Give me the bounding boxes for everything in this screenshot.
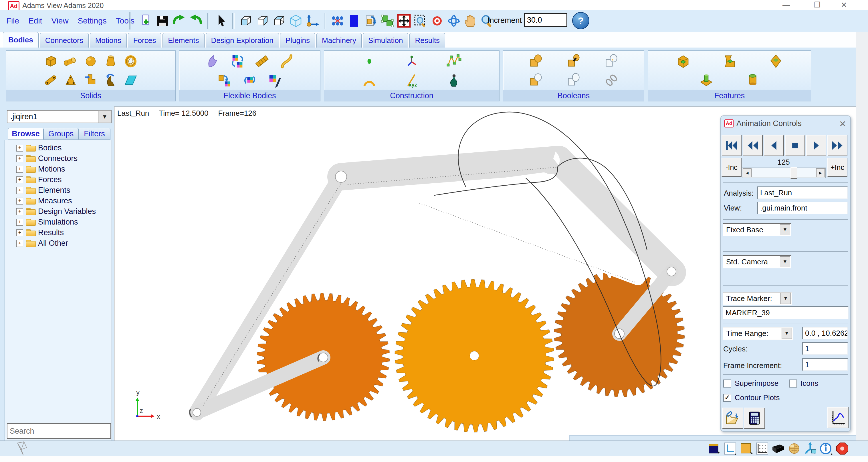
- minus-inc-button[interactable]: -Inc: [721, 158, 742, 177]
- play-button[interactable]: [806, 135, 826, 156]
- expand-icon[interactable]: +: [16, 176, 23, 183]
- base-dropdown[interactable]: Fixed Base ▼: [723, 223, 791, 236]
- frame-slider[interactable]: ◄ ►: [742, 168, 826, 178]
- wcs-triad-icon[interactable]: [723, 442, 737, 455]
- solid-plate-icon[interactable]: [63, 73, 78, 88]
- interrupt-icon[interactable]: [835, 442, 849, 455]
- chevron-down-icon[interactable]: ▼: [780, 224, 790, 235]
- cycles-input[interactable]: 1: [802, 342, 848, 355]
- tree-item-results[interactable]: +Results: [16, 227, 112, 238]
- tree-item-motions[interactable]: +Motions: [16, 164, 112, 174]
- feature-fillet-icon[interactable]: [722, 54, 737, 69]
- pan-hand-icon[interactable]: [463, 14, 477, 28]
- construction-spline-icon[interactable]: [446, 54, 462, 69]
- menu-settings[interactable]: Settings: [77, 16, 107, 26]
- tab-forces[interactable]: Forces: [128, 33, 161, 48]
- chevron-down-icon[interactable]: ▼: [780, 256, 790, 267]
- tree-item-elements[interactable]: +Elements: [16, 185, 112, 196]
- tab-bodies[interactable]: Bodies: [3, 32, 39, 48]
- load-animation-button[interactable]: [722, 408, 743, 429]
- flex-swoosh-icon[interactable]: [206, 54, 220, 69]
- tree-item-forces[interactable]: +Forces: [16, 174, 112, 185]
- panel-close-icon[interactable]: ✕: [839, 119, 846, 129]
- zoom-area-icon[interactable]: [414, 14, 427, 28]
- tab-plugins[interactable]: Plugins: [280, 33, 315, 48]
- tab-machinery[interactable]: Machinery: [316, 33, 362, 48]
- camera-dropdown[interactable]: Std. Camera ▼: [723, 255, 791, 268]
- pan-tool-icon[interactable]: [397, 14, 411, 28]
- superimpose-checkbox[interactable]: Superimpose: [723, 379, 778, 388]
- slider-thumb[interactable]: [790, 167, 797, 179]
- cursor-icon[interactable]: [214, 14, 228, 28]
- rotate-3d-icon[interactable]: [447, 14, 461, 28]
- solid-box-icon[interactable]: [43, 54, 58, 69]
- feature-chamfer-icon[interactable]: [676, 54, 691, 69]
- flex-tube-icon[interactable]: [279, 54, 294, 69]
- undo-icon[interactable]: [189, 14, 203, 28]
- grid-toggle-icon[interactable]: [755, 442, 769, 455]
- bool-split-icon[interactable]: [566, 73, 581, 88]
- green-handles-icon[interactable]: [380, 14, 394, 28]
- bool-merge-icon[interactable]: [566, 54, 581, 69]
- flex-cycle-icon[interactable]: [242, 73, 257, 88]
- flex-segments-icon[interactable]: [255, 54, 270, 69]
- feature-dome-icon[interactable]: [769, 54, 783, 69]
- solid-plane-icon[interactable]: [123, 73, 138, 88]
- tab-results[interactable]: Results: [409, 33, 445, 48]
- solid-extrusion-icon[interactable]: [83, 73, 98, 88]
- tab-simulation[interactable]: Simulation: [363, 33, 408, 48]
- tree-item-connectors[interactable]: +Connectors: [16, 153, 112, 164]
- flex-mesh-cycle-icon[interactable]: [230, 54, 245, 69]
- flex-edit-icon[interactable]: [267, 73, 282, 88]
- expand-icon[interactable]: +: [16, 198, 23, 204]
- tree-item-bodies[interactable]: +Bodies: [16, 143, 112, 153]
- plot-button[interactable]: [827, 407, 848, 428]
- dots-grid-icon[interactable]: [331, 14, 344, 28]
- solid-cylinder-icon[interactable]: [63, 54, 78, 69]
- tree-item-measures[interactable]: +Measures: [16, 196, 112, 206]
- solid-torus-icon[interactable]: [123, 54, 138, 69]
- tree-item-design-variables[interactable]: +Design Variables: [16, 206, 112, 217]
- sidebar-tab-filters[interactable]: Filters: [79, 128, 111, 140]
- sidebar-tab-browse[interactable]: Browse: [8, 128, 43, 140]
- checkbox-icon[interactable]: [789, 379, 797, 387]
- menu-view[interactable]: View: [51, 16, 69, 26]
- trace-marker-dropdown[interactable]: Trace Marker: ▼: [723, 292, 792, 305]
- plus-inc-button[interactable]: +Inc: [827, 158, 847, 177]
- time-range-dropdown[interactable]: Time Range: ▼: [723, 327, 793, 340]
- checkbox-icon[interactable]: [723, 379, 731, 387]
- calculator-button[interactable]: [744, 408, 765, 429]
- cube-right-icon[interactable]: [256, 14, 270, 28]
- expand-icon[interactable]: +: [16, 229, 23, 236]
- stop-button[interactable]: [785, 135, 805, 156]
- solid-sphere-icon[interactable]: [83, 54, 98, 69]
- feature-boss-icon[interactable]: [699, 73, 714, 88]
- working-grid-color-icon[interactable]: [739, 442, 753, 455]
- menu-edit[interactable]: Edit: [28, 16, 43, 26]
- analysis-input[interactable]: Last_Run: [757, 186, 848, 199]
- bool-chain-icon[interactable]: [604, 73, 619, 88]
- tree-item-simulations[interactable]: +Simulations: [16, 217, 112, 227]
- page-rotate-icon[interactable]: [364, 14, 378, 28]
- solid-link-icon[interactable]: [43, 73, 58, 88]
- depth-cue-icon[interactable]: [771, 442, 785, 455]
- search-input[interactable]: [7, 423, 111, 439]
- time-range-input[interactable]: 0.0 , 10.6262: [802, 327, 848, 339]
- fill-rect-icon[interactable]: [347, 14, 361, 28]
- flex-convert-icon[interactable]: [218, 73, 232, 88]
- close-button[interactable]: ✕: [835, 1, 852, 9]
- expand-icon[interactable]: +: [16, 208, 23, 215]
- solid-frustum-icon[interactable]: [103, 54, 118, 69]
- tab-elements[interactable]: Elements: [162, 33, 204, 48]
- help-icon[interactable]: ?: [572, 12, 589, 29]
- fast-forward-button[interactable]: [827, 135, 847, 156]
- menu-file[interactable]: File: [6, 16, 20, 26]
- view-triad-toggle-icon[interactable]: [803, 442, 817, 455]
- tab-design-exploration[interactable]: Design Exploration: [206, 33, 279, 48]
- construction-marker-icon[interactable]: [404, 54, 419, 69]
- bool-subtract-icon[interactable]: [528, 73, 543, 88]
- feature-hole-icon[interactable]: [745, 73, 760, 88]
- expand-icon[interactable]: +: [16, 240, 23, 247]
- construction-outline-icon[interactable]: [446, 73, 462, 88]
- display-settings-icon[interactable]: [707, 442, 721, 455]
